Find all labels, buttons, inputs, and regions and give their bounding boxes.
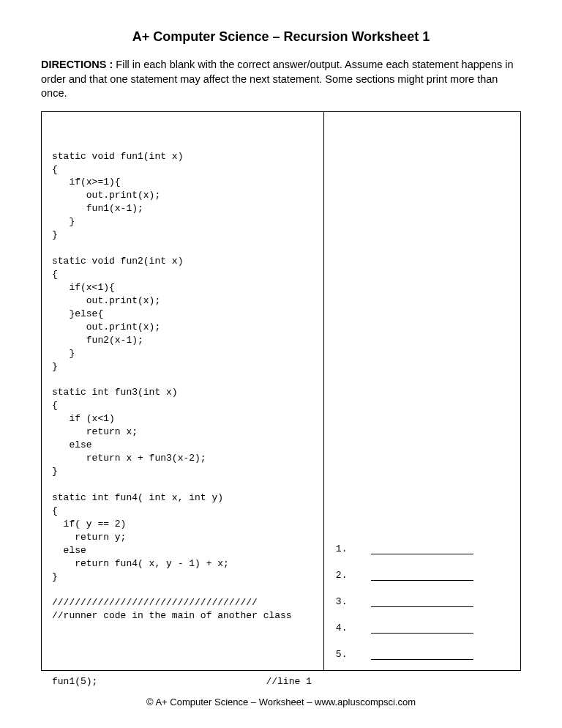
answer-number: 5. (336, 649, 371, 660)
answer-blank[interactable] (371, 650, 473, 660)
answer-row: 4. (336, 622, 509, 635)
answer-row: 2. (336, 569, 509, 582)
code-column: static void fun1(int x) { if(x>=1){ out.… (42, 112, 324, 670)
answer-blank[interactable] (371, 571, 473, 581)
answer-area: 1. 2. 3. 4. 5. (324, 543, 520, 661)
answer-column: 1. 2. 3. 4. 5. (324, 112, 520, 670)
directions-label: DIRECTIONS : (41, 59, 116, 70)
answer-number: 3. (336, 596, 371, 607)
page-title: A+ Computer Science – Recursion Workshee… (41, 29, 521, 45)
answer-blank[interactable] (371, 544, 473, 554)
answer-row: 1. (336, 543, 509, 556)
runner-comment: //line 1 (266, 675, 311, 688)
answer-number: 2. (336, 570, 371, 581)
worksheet-box: static void fun1(int x) { if(x>=1){ out.… (41, 111, 521, 671)
answer-number: 4. (336, 623, 371, 634)
answer-blank[interactable] (371, 623, 473, 634)
runner-line: fun1(5);//line 1 (52, 675, 316, 688)
directions: DIRECTIONS : Fill in each blank with the… (41, 58, 521, 101)
answer-number: 1. (336, 543, 371, 554)
runner-call: fun1(5); (52, 675, 97, 688)
answer-blank[interactable] (371, 597, 473, 607)
runner-lines: fun1(5);//line 1 fun2(6);//line 2 System… (52, 649, 316, 728)
page-footer: © A+ Computer Science – Worksheet – www.… (0, 697, 562, 707)
answer-row: 5. (336, 648, 509, 661)
answer-row: 3. (336, 595, 509, 609)
code-definitions: static void fun1(int x) { if(x>=1){ out.… (52, 150, 316, 623)
